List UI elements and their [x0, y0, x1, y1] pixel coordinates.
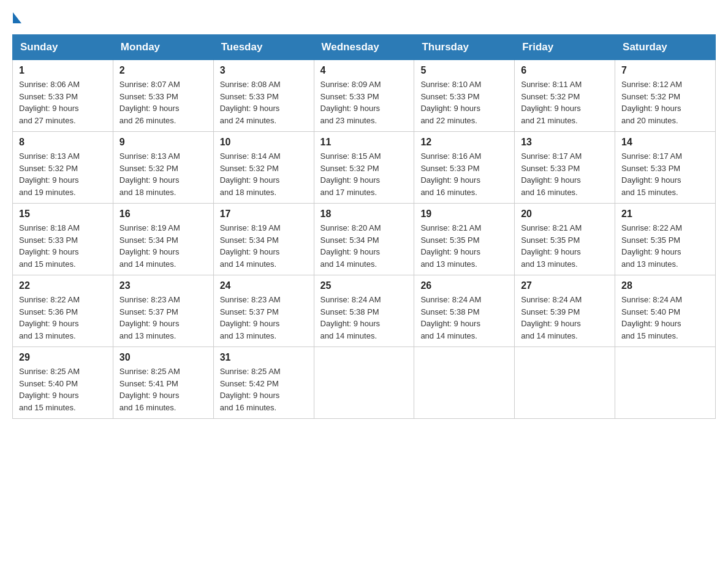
day-info: Sunrise: 8:11 AM Sunset: 5:32 PM Dayligh… [521, 79, 609, 126]
calendar-cell: 4 Sunrise: 8:09 AM Sunset: 5:33 PM Dayli… [314, 60, 414, 132]
col-header-monday: Monday [113, 35, 213, 60]
calendar-cell: 7 Sunrise: 8:12 AM Sunset: 5:32 PM Dayli… [615, 60, 716, 132]
day-number: 10 [220, 137, 308, 148]
calendar-cell: 12 Sunrise: 8:16 AM Sunset: 5:33 PM Dayl… [414, 132, 515, 204]
day-info: Sunrise: 8:12 AM Sunset: 5:32 PM Dayligh… [621, 79, 709, 126]
day-number: 9 [119, 137, 207, 148]
calendar-cell [515, 347, 615, 419]
day-number: 21 [621, 209, 709, 220]
calendar-week-2: 8 Sunrise: 8:13 AM Sunset: 5:32 PM Dayli… [13, 132, 716, 204]
day-number: 19 [420, 209, 508, 220]
logo-row [12, 12, 21, 22]
calendar-cell: 1 Sunrise: 8:06 AM Sunset: 5:33 PM Dayli… [13, 60, 113, 132]
day-info: Sunrise: 8:13 AM Sunset: 5:32 PM Dayligh… [119, 150, 207, 198]
day-info: Sunrise: 8:09 AM Sunset: 5:33 PM Dayligh… [320, 79, 408, 126]
day-info: Sunrise: 8:17 AM Sunset: 5:33 PM Dayligh… [521, 150, 609, 198]
day-number: 5 [420, 65, 508, 76]
day-number: 18 [320, 209, 408, 220]
day-number: 27 [521, 280, 609, 291]
day-info: Sunrise: 8:16 AM Sunset: 5:33 PM Dayligh… [420, 150, 508, 198]
day-info: Sunrise: 8:24 AM Sunset: 5:38 PM Dayligh… [320, 294, 408, 342]
calendar-cell: 14 Sunrise: 8:17 AM Sunset: 5:33 PM Dayl… [615, 132, 716, 204]
day-info: Sunrise: 8:22 AM Sunset: 5:36 PM Dayligh… [19, 294, 107, 342]
calendar-cell: 8 Sunrise: 8:13 AM Sunset: 5:32 PM Dayli… [13, 132, 113, 204]
calendar-table: SundayMondayTuesdayWednesdayThursdayFrid… [12, 34, 716, 419]
calendar-cell: 28 Sunrise: 8:24 AM Sunset: 5:40 PM Dayl… [615, 275, 716, 347]
calendar-cell [414, 347, 515, 419]
calendar-cell: 3 Sunrise: 8:08 AM Sunset: 5:33 PM Dayli… [213, 60, 314, 132]
calendar-cell: 27 Sunrise: 8:24 AM Sunset: 5:39 PM Dayl… [515, 275, 615, 347]
day-number: 20 [521, 209, 609, 220]
day-number: 14 [621, 137, 709, 148]
day-info: Sunrise: 8:23 AM Sunset: 5:37 PM Dayligh… [220, 294, 308, 342]
calendar-cell: 11 Sunrise: 8:15 AM Sunset: 5:32 PM Dayl… [314, 132, 414, 204]
day-number: 22 [19, 280, 107, 291]
day-number: 23 [119, 280, 207, 291]
calendar-cell: 18 Sunrise: 8:20 AM Sunset: 5:34 PM Dayl… [314, 204, 414, 275]
calendar-cell: 23 Sunrise: 8:23 AM Sunset: 5:37 PM Dayl… [113, 275, 213, 347]
day-number: 26 [420, 280, 508, 291]
day-info: Sunrise: 8:13 AM Sunset: 5:32 PM Dayligh… [19, 150, 107, 198]
day-info: Sunrise: 8:21 AM Sunset: 5:35 PM Dayligh… [420, 222, 508, 270]
day-info: Sunrise: 8:07 AM Sunset: 5:33 PM Dayligh… [119, 79, 207, 126]
calendar-cell: 15 Sunrise: 8:18 AM Sunset: 5:33 PM Dayl… [13, 204, 113, 275]
day-number: 11 [320, 137, 408, 148]
calendar-cell: 17 Sunrise: 8:19 AM Sunset: 5:34 PM Dayl… [213, 204, 314, 275]
calendar-cell [314, 347, 414, 419]
day-info: Sunrise: 8:10 AM Sunset: 5:33 PM Dayligh… [420, 79, 508, 126]
day-number: 4 [320, 65, 408, 76]
col-header-thursday: Thursday [414, 35, 515, 60]
day-number: 12 [420, 137, 508, 148]
day-number: 16 [119, 209, 207, 220]
day-info: Sunrise: 8:25 AM Sunset: 5:41 PM Dayligh… [119, 366, 207, 413]
col-header-tuesday: Tuesday [213, 35, 314, 60]
day-info: Sunrise: 8:25 AM Sunset: 5:40 PM Dayligh… [19, 366, 107, 413]
day-number: 8 [19, 137, 107, 148]
calendar-cell: 25 Sunrise: 8:24 AM Sunset: 5:38 PM Dayl… [314, 275, 414, 347]
calendar-header-row: SundayMondayTuesdayWednesdayThursdayFrid… [13, 35, 716, 60]
day-number: 28 [621, 280, 709, 291]
day-info: Sunrise: 8:18 AM Sunset: 5:33 PM Dayligh… [19, 222, 107, 270]
col-header-wednesday: Wednesday [314, 35, 414, 60]
calendar-cell: 22 Sunrise: 8:22 AM Sunset: 5:36 PM Dayl… [13, 275, 113, 347]
day-number: 1 [19, 65, 107, 76]
day-number: 2 [119, 65, 207, 76]
logo [12, 12, 21, 22]
day-info: Sunrise: 8:24 AM Sunset: 5:40 PM Dayligh… [621, 294, 709, 342]
calendar-cell [615, 347, 716, 419]
calendar-cell: 31 Sunrise: 8:25 AM Sunset: 5:42 PM Dayl… [213, 347, 314, 419]
day-info: Sunrise: 8:15 AM Sunset: 5:32 PM Dayligh… [320, 150, 408, 198]
calendar-week-5: 29 Sunrise: 8:25 AM Sunset: 5:40 PM Dayl… [13, 347, 716, 419]
day-info: Sunrise: 8:08 AM Sunset: 5:33 PM Dayligh… [220, 79, 308, 126]
calendar-cell: 29 Sunrise: 8:25 AM Sunset: 5:40 PM Dayl… [13, 347, 113, 419]
day-number: 17 [220, 209, 308, 220]
day-info: Sunrise: 8:21 AM Sunset: 5:35 PM Dayligh… [521, 222, 609, 270]
day-info: Sunrise: 8:24 AM Sunset: 5:39 PM Dayligh… [521, 294, 609, 342]
day-number: 3 [220, 65, 308, 76]
day-info: Sunrise: 8:19 AM Sunset: 5:34 PM Dayligh… [119, 222, 207, 270]
calendar-cell: 21 Sunrise: 8:22 AM Sunset: 5:35 PM Dayl… [615, 204, 716, 275]
day-number: 25 [320, 280, 408, 291]
col-header-saturday: Saturday [615, 35, 716, 60]
calendar-cell: 9 Sunrise: 8:13 AM Sunset: 5:32 PM Dayli… [113, 132, 213, 204]
day-number: 7 [621, 65, 709, 76]
calendar-cell: 6 Sunrise: 8:11 AM Sunset: 5:32 PM Dayli… [515, 60, 615, 132]
calendar-week-3: 15 Sunrise: 8:18 AM Sunset: 5:33 PM Dayl… [13, 204, 716, 275]
col-header-friday: Friday [515, 35, 615, 60]
day-number: 31 [220, 352, 308, 363]
day-number: 30 [119, 352, 207, 363]
day-number: 29 [19, 352, 107, 363]
calendar-cell: 26 Sunrise: 8:24 AM Sunset: 5:38 PM Dayl… [414, 275, 515, 347]
day-info: Sunrise: 8:22 AM Sunset: 5:35 PM Dayligh… [621, 222, 709, 270]
page-header [12, 12, 716, 22]
calendar-cell: 30 Sunrise: 8:25 AM Sunset: 5:41 PM Dayl… [113, 347, 213, 419]
day-info: Sunrise: 8:23 AM Sunset: 5:37 PM Dayligh… [119, 294, 207, 342]
day-info: Sunrise: 8:24 AM Sunset: 5:38 PM Dayligh… [420, 294, 508, 342]
day-number: 6 [521, 65, 609, 76]
day-number: 24 [220, 280, 308, 291]
day-info: Sunrise: 8:19 AM Sunset: 5:34 PM Dayligh… [220, 222, 308, 270]
calendar-week-4: 22 Sunrise: 8:22 AM Sunset: 5:36 PM Dayl… [13, 275, 716, 347]
day-info: Sunrise: 8:20 AM Sunset: 5:34 PM Dayligh… [320, 222, 408, 270]
calendar-cell: 13 Sunrise: 8:17 AM Sunset: 5:33 PM Dayl… [515, 132, 615, 204]
calendar-cell: 10 Sunrise: 8:14 AM Sunset: 5:32 PM Dayl… [213, 132, 314, 204]
